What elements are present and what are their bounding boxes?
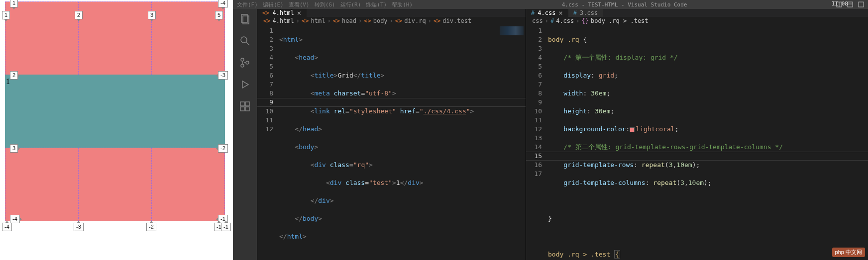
svg-rect-4 (859, 2, 864, 7)
element-icon: <> (434, 17, 440, 24)
grid-row-marker: 3 (10, 144, 18, 153)
watermark: php 中文网 (832, 248, 865, 257)
css-rule-icon: {} (582, 17, 589, 24)
grid-row-marker-neg: -3 (218, 71, 228, 80)
grid-row-marker: 2 (10, 71, 18, 80)
html-file-icon: <> (263, 17, 270, 24)
breadcrumb-node[interactable]: body (373, 17, 388, 24)
css-file-icon: # (531, 9, 535, 16)
grid-col-marker: 5 (215, 11, 223, 19)
svg-line-8 (246, 42, 249, 45)
tab-label: 3.css (580, 9, 598, 16)
code-lines[interactable]: <html> <head> <title>Grid</title> <meta … (279, 24, 526, 260)
code-lines[interactable]: body .rq { /* 第一个属性: display: grid */ di… (548, 24, 868, 260)
breadcrumb-node[interactable]: div.test (442, 17, 471, 24)
svg-rect-16 (245, 107, 249, 111)
grid-col-marker: 1 (2, 11, 10, 19)
panel-icon[interactable] (858, 1, 864, 7)
tab-label: 4.css (538, 9, 555, 16)
element-icon: <> (364, 17, 371, 24)
breadcrumb-selector[interactable]: body .rq > .test (591, 17, 649, 24)
tab-3-css[interactable]: # 3.css (568, 9, 603, 17)
grid-item-test (5, 75, 225, 148)
svg-point-7 (241, 37, 247, 43)
code-editor-css[interactable]: 1234567891011121314151617 body .rq { /* … (526, 24, 868, 260)
browser-preview-pane: 1 1 -4 1 2 3 5 2 3 -4 -3 -2 -1 -4 -3 -2 … (0, 0, 233, 260)
layout-indicator: II 08 (832, 0, 848, 7)
grid-col-marker-neg: -3 (74, 223, 84, 231)
window-title: 4.css - TEST-HTML - Visual Studio Code (413, 1, 836, 8)
svg-marker-12 (242, 81, 248, 88)
breadcrumb-node[interactable]: div.rq (404, 17, 426, 24)
tab-label: 4.html (272, 9, 294, 16)
svg-rect-2 (848, 2, 853, 7)
tab-bar: # 4.css × # 3.css (526, 9, 868, 17)
breadcrumb-file[interactable]: 4.css (556, 17, 574, 24)
element-icon: <> (395, 17, 402, 24)
files-icon[interactable] (239, 13, 251, 25)
element-icon: <> (302, 17, 309, 24)
css-file-icon: # (550, 17, 554, 24)
breadcrumb[interactable]: css › # 4.css › {} body .rq > .test (526, 17, 868, 24)
activity-bar (233, 9, 257, 260)
source-control-icon[interactable] (239, 57, 251, 69)
svg-point-9 (241, 58, 244, 61)
breadcrumb-node[interactable]: head (342, 17, 356, 24)
grid-row-marker: -4 (10, 215, 20, 223)
title-bar-actions[interactable]: II 08 (836, 1, 864, 7)
close-icon[interactable]: × (558, 9, 562, 17)
svg-rect-13 (240, 102, 244, 106)
grid-row-marker-neg: -2 (218, 144, 228, 153)
breadcrumb-folder[interactable]: css (532, 17, 543, 24)
tab-4-html[interactable]: <> 4.html × (257, 9, 307, 17)
element-icon: <> (333, 17, 340, 24)
svg-rect-15 (240, 107, 244, 111)
breadcrumb[interactable]: <> 4.html ›<>html ›<>head ›<>body ›<>div… (257, 17, 526, 24)
run-debug-icon[interactable] (239, 79, 251, 90)
tab-4-css[interactable]: # 4.css × (526, 9, 568, 17)
grid-col-marker-neg: -2 (146, 223, 156, 231)
svg-rect-14 (245, 102, 249, 106)
grid-col-marker-neg: -1 (221, 223, 231, 231)
editor-group-html: <> 4.html × <> 4.html ›<>html ›<>head ›<… (257, 9, 526, 260)
css-file-icon: # (573, 9, 577, 16)
close-icon[interactable]: × (297, 9, 301, 17)
search-icon[interactable] (239, 35, 251, 47)
grid-col-marker-neg: -4 (218, 0, 228, 7)
svg-point-10 (241, 64, 244, 67)
gutter: 1234567891011121314151617 (526, 24, 548, 260)
menu-bar[interactable]: 文件(F) 编辑(E) 查看(V) 转到(G) 运行(R) 终端(T) 帮助(H… (237, 1, 413, 8)
svg-point-11 (246, 61, 249, 64)
grid-col-marker: 2 (75, 11, 83, 19)
html-file-icon: <> (262, 9, 269, 16)
title-bar: 文件(F) 编辑(E) 查看(V) 转到(G) 运行(R) 终端(T) 帮助(H… (233, 0, 868, 9)
gutter: 123456789101112 (257, 24, 279, 260)
code-editor-html[interactable]: 123456789101112 <html> <head> <title>Gri… (257, 24, 526, 260)
breadcrumb-node[interactable]: html (311, 17, 326, 24)
grid-col-marker: 3 (148, 11, 156, 19)
grid-col-marker-neg: -4 (2, 223, 12, 231)
grid-container (5, 1, 225, 221)
breadcrumb-file[interactable]: 4.html (272, 17, 294, 24)
editor-group-css: # 4.css × # 3.css css › # 4.css › {} bod… (526, 9, 868, 260)
grid-item-text: 1 (6, 77, 10, 86)
grid-col-marker: 1 (10, 0, 18, 7)
extensions-icon[interactable] (239, 100, 251, 112)
tab-bar: <> 4.html × (257, 9, 526, 17)
color-swatch-icon[interactable] (630, 127, 635, 132)
